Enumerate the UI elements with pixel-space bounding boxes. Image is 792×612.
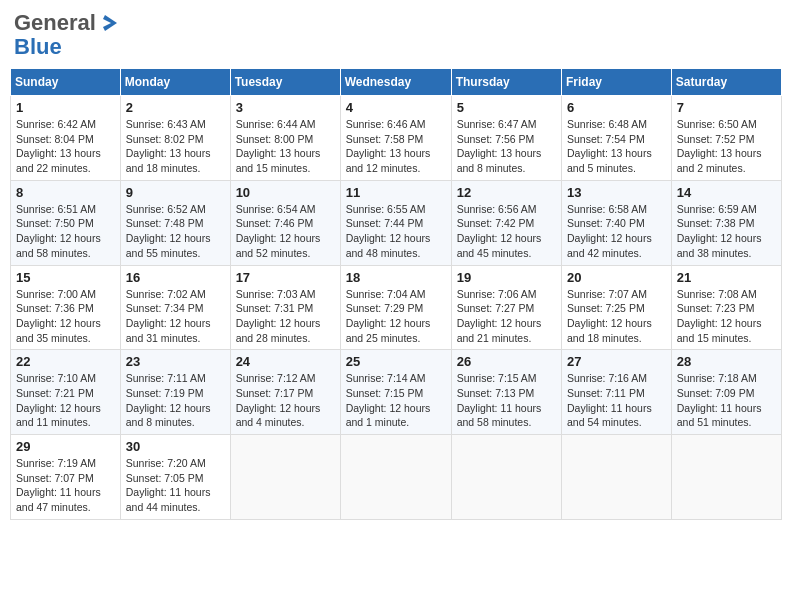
logo-general: General xyxy=(14,10,96,36)
calendar-cell: 28Sunrise: 7:18 AMSunset: 7:09 PMDayligh… xyxy=(671,350,781,435)
weekday-header-tuesday: Tuesday xyxy=(230,69,340,96)
calendar-cell: 1Sunrise: 6:42 AMSunset: 8:04 PMDaylight… xyxy=(11,96,121,181)
day-number: 8 xyxy=(16,185,115,200)
day-number: 23 xyxy=(126,354,225,369)
day-number: 27 xyxy=(567,354,666,369)
calendar-cell: 10Sunrise: 6:54 AMSunset: 7:46 PMDayligh… xyxy=(230,180,340,265)
day-info: Sunrise: 6:42 AMSunset: 8:04 PMDaylight:… xyxy=(16,117,115,176)
day-info: Sunrise: 7:08 AMSunset: 7:23 PMDaylight:… xyxy=(677,287,776,346)
weekday-header-sunday: Sunday xyxy=(11,69,121,96)
day-info: Sunrise: 7:06 AMSunset: 7:27 PMDaylight:… xyxy=(457,287,556,346)
day-number: 2 xyxy=(126,100,225,115)
day-number: 3 xyxy=(236,100,335,115)
day-number: 24 xyxy=(236,354,335,369)
day-number: 18 xyxy=(346,270,446,285)
calendar-cell: 12Sunrise: 6:56 AMSunset: 7:42 PMDayligh… xyxy=(451,180,561,265)
day-number: 22 xyxy=(16,354,115,369)
day-info: Sunrise: 6:47 AMSunset: 7:56 PMDaylight:… xyxy=(457,117,556,176)
calendar-cell: 25Sunrise: 7:14 AMSunset: 7:15 PMDayligh… xyxy=(340,350,451,435)
calendar-header-row: SundayMondayTuesdayWednesdayThursdayFrid… xyxy=(11,69,782,96)
weekday-header-saturday: Saturday xyxy=(671,69,781,96)
calendar-week-5: 29Sunrise: 7:19 AMSunset: 7:07 PMDayligh… xyxy=(11,435,782,520)
day-number: 20 xyxy=(567,270,666,285)
day-number: 21 xyxy=(677,270,776,285)
calendar-cell: 18Sunrise: 7:04 AMSunset: 7:29 PMDayligh… xyxy=(340,265,451,350)
weekday-header-wednesday: Wednesday xyxy=(340,69,451,96)
day-info: Sunrise: 7:04 AMSunset: 7:29 PMDaylight:… xyxy=(346,287,446,346)
day-info: Sunrise: 7:03 AMSunset: 7:31 PMDaylight:… xyxy=(236,287,335,346)
logo-arrow-icon xyxy=(97,15,117,31)
page-header: General Blue xyxy=(10,10,782,60)
day-number: 25 xyxy=(346,354,446,369)
day-info: Sunrise: 7:00 AMSunset: 7:36 PMDaylight:… xyxy=(16,287,115,346)
calendar-cell: 21Sunrise: 7:08 AMSunset: 7:23 PMDayligh… xyxy=(671,265,781,350)
day-number: 9 xyxy=(126,185,225,200)
weekday-header-friday: Friday xyxy=(562,69,672,96)
day-number: 14 xyxy=(677,185,776,200)
day-info: Sunrise: 6:51 AMSunset: 7:50 PMDaylight:… xyxy=(16,202,115,261)
calendar-cell: 7Sunrise: 6:50 AMSunset: 7:52 PMDaylight… xyxy=(671,96,781,181)
calendar-cell: 2Sunrise: 6:43 AMSunset: 8:02 PMDaylight… xyxy=(120,96,230,181)
calendar-cell xyxy=(340,435,451,520)
day-number: 12 xyxy=(457,185,556,200)
day-number: 15 xyxy=(16,270,115,285)
calendar-cell: 9Sunrise: 6:52 AMSunset: 7:48 PMDaylight… xyxy=(120,180,230,265)
calendar-cell: 15Sunrise: 7:00 AMSunset: 7:36 PMDayligh… xyxy=(11,265,121,350)
calendar-cell xyxy=(451,435,561,520)
calendar-cell: 20Sunrise: 7:07 AMSunset: 7:25 PMDayligh… xyxy=(562,265,672,350)
calendar-cell: 17Sunrise: 7:03 AMSunset: 7:31 PMDayligh… xyxy=(230,265,340,350)
day-info: Sunrise: 7:20 AMSunset: 7:05 PMDaylight:… xyxy=(126,456,225,515)
calendar-cell: 23Sunrise: 7:11 AMSunset: 7:19 PMDayligh… xyxy=(120,350,230,435)
day-info: Sunrise: 7:19 AMSunset: 7:07 PMDaylight:… xyxy=(16,456,115,515)
calendar-week-3: 15Sunrise: 7:00 AMSunset: 7:36 PMDayligh… xyxy=(11,265,782,350)
calendar-cell: 30Sunrise: 7:20 AMSunset: 7:05 PMDayligh… xyxy=(120,435,230,520)
day-info: Sunrise: 6:43 AMSunset: 8:02 PMDaylight:… xyxy=(126,117,225,176)
day-number: 7 xyxy=(677,100,776,115)
day-info: Sunrise: 6:46 AMSunset: 7:58 PMDaylight:… xyxy=(346,117,446,176)
calendar-cell: 6Sunrise: 6:48 AMSunset: 7:54 PMDaylight… xyxy=(562,96,672,181)
day-number: 1 xyxy=(16,100,115,115)
svg-marker-0 xyxy=(103,15,117,31)
calendar-cell xyxy=(562,435,672,520)
day-number: 28 xyxy=(677,354,776,369)
calendar-week-2: 8Sunrise: 6:51 AMSunset: 7:50 PMDaylight… xyxy=(11,180,782,265)
day-info: Sunrise: 6:54 AMSunset: 7:46 PMDaylight:… xyxy=(236,202,335,261)
calendar-cell: 26Sunrise: 7:15 AMSunset: 7:13 PMDayligh… xyxy=(451,350,561,435)
calendar-cell: 3Sunrise: 6:44 AMSunset: 8:00 PMDaylight… xyxy=(230,96,340,181)
day-info: Sunrise: 6:50 AMSunset: 7:52 PMDaylight:… xyxy=(677,117,776,176)
day-number: 5 xyxy=(457,100,556,115)
calendar-week-1: 1Sunrise: 6:42 AMSunset: 8:04 PMDaylight… xyxy=(11,96,782,181)
calendar-cell: 24Sunrise: 7:12 AMSunset: 7:17 PMDayligh… xyxy=(230,350,340,435)
day-info: Sunrise: 6:52 AMSunset: 7:48 PMDaylight:… xyxy=(126,202,225,261)
day-info: Sunrise: 6:56 AMSunset: 7:42 PMDaylight:… xyxy=(457,202,556,261)
calendar-cell xyxy=(230,435,340,520)
day-number: 26 xyxy=(457,354,556,369)
day-number: 19 xyxy=(457,270,556,285)
day-info: Sunrise: 7:10 AMSunset: 7:21 PMDaylight:… xyxy=(16,371,115,430)
day-number: 17 xyxy=(236,270,335,285)
calendar-cell: 19Sunrise: 7:06 AMSunset: 7:27 PMDayligh… xyxy=(451,265,561,350)
day-info: Sunrise: 6:44 AMSunset: 8:00 PMDaylight:… xyxy=(236,117,335,176)
day-number: 29 xyxy=(16,439,115,454)
weekday-header-monday: Monday xyxy=(120,69,230,96)
calendar-week-4: 22Sunrise: 7:10 AMSunset: 7:21 PMDayligh… xyxy=(11,350,782,435)
calendar-cell: 27Sunrise: 7:16 AMSunset: 7:11 PMDayligh… xyxy=(562,350,672,435)
day-number: 11 xyxy=(346,185,446,200)
calendar-body: 1Sunrise: 6:42 AMSunset: 8:04 PMDaylight… xyxy=(11,96,782,520)
weekday-header-thursday: Thursday xyxy=(451,69,561,96)
day-info: Sunrise: 7:02 AMSunset: 7:34 PMDaylight:… xyxy=(126,287,225,346)
logo: General Blue xyxy=(14,10,118,60)
day-number: 10 xyxy=(236,185,335,200)
calendar-cell: 5Sunrise: 6:47 AMSunset: 7:56 PMDaylight… xyxy=(451,96,561,181)
calendar-table: SundayMondayTuesdayWednesdayThursdayFrid… xyxy=(10,68,782,520)
calendar-cell: 11Sunrise: 6:55 AMSunset: 7:44 PMDayligh… xyxy=(340,180,451,265)
day-info: Sunrise: 7:14 AMSunset: 7:15 PMDaylight:… xyxy=(346,371,446,430)
calendar-cell: 29Sunrise: 7:19 AMSunset: 7:07 PMDayligh… xyxy=(11,435,121,520)
calendar-cell: 14Sunrise: 6:59 AMSunset: 7:38 PMDayligh… xyxy=(671,180,781,265)
calendar-cell: 22Sunrise: 7:10 AMSunset: 7:21 PMDayligh… xyxy=(11,350,121,435)
calendar-cell: 8Sunrise: 6:51 AMSunset: 7:50 PMDaylight… xyxy=(11,180,121,265)
day-number: 6 xyxy=(567,100,666,115)
calendar-cell: 16Sunrise: 7:02 AMSunset: 7:34 PMDayligh… xyxy=(120,265,230,350)
day-info: Sunrise: 7:18 AMSunset: 7:09 PMDaylight:… xyxy=(677,371,776,430)
day-info: Sunrise: 7:07 AMSunset: 7:25 PMDaylight:… xyxy=(567,287,666,346)
